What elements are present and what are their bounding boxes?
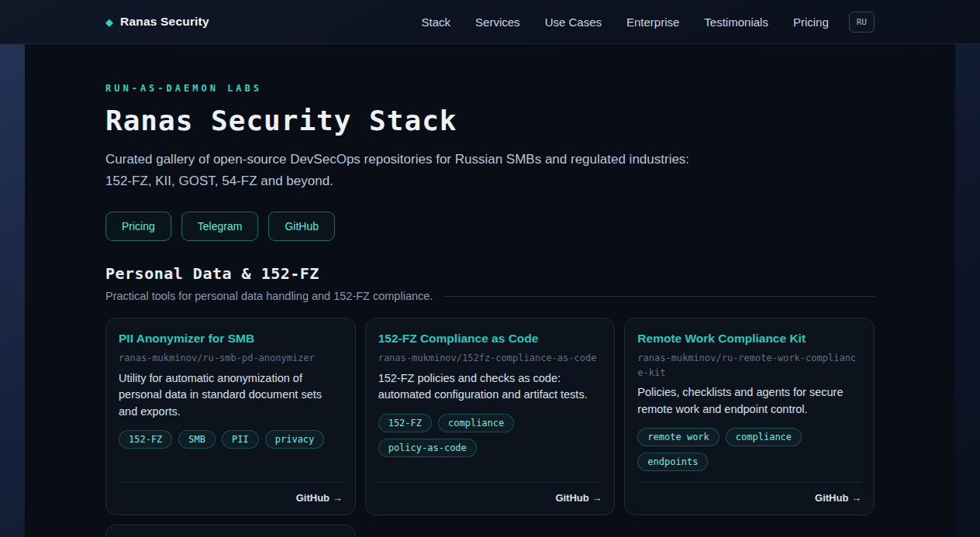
- card-footer: GitHub →: [637, 482, 861, 504]
- card-tags: 152-FZSMBPIIprivacy: [119, 430, 343, 449]
- tag-badge: 152-FZ: [378, 414, 432, 432]
- card-repo: ranas-mukminov/152fz-compliance-as-code: [378, 351, 602, 366]
- card-tags: remote workcomplianceendpoints: [637, 428, 861, 471]
- card-description: 152-FZ policies and checks as code: auto…: [378, 370, 602, 404]
- main-surface: RUN-AS-DAEMON LABS Ranas Security Stack …: [25, 44, 955, 537]
- card-title: Remote Work Compliance Kit: [637, 332, 861, 346]
- card-description: Policies, checklists and agents for secu…: [637, 384, 861, 418]
- github-button[interactable]: GitHub: [268, 212, 335, 241]
- section-divider: [445, 296, 875, 297]
- nav-link-stack[interactable]: Stack: [422, 15, 451, 29]
- card-github-link[interactable]: GitHub →: [555, 492, 602, 504]
- tag-badge: privacy: [265, 430, 325, 449]
- nav-link-use-cases[interactable]: Use Cases: [545, 15, 602, 29]
- tag-badge: SMB: [178, 430, 216, 449]
- tag-badge: PII: [222, 430, 259, 449]
- section-subrow: Practical tools for personal data handli…: [105, 290, 875, 302]
- card-title: 152-FZ Compliance as Code: [378, 332, 602, 346]
- telegram-button[interactable]: Telegram: [181, 212, 259, 241]
- tag-badge: policy-as-code: [378, 439, 477, 457]
- nav-links: StackServicesUse CasesEnterpriseTestimon…: [422, 15, 829, 29]
- card-github-link[interactable]: GitHub →: [296, 492, 343, 504]
- tag-badge: endpoints: [637, 453, 708, 471]
- pricing-button[interactable]: Pricing: [105, 212, 171, 241]
- card-footer-spacer: [637, 471, 861, 482]
- card-footer-spacer: [378, 457, 602, 468]
- tag-badge: remote work: [637, 428, 719, 446]
- hero-eyebrow: RUN-AS-DAEMON LABS: [105, 83, 875, 94]
- card-footer: GitHub →: [378, 482, 602, 504]
- language-toggle-button[interactable]: RU: [849, 12, 875, 33]
- hero-buttons: PricingTelegramGitHub: [105, 212, 875, 241]
- card-footer-spacer: [119, 449, 343, 460]
- tag-badge: compliance: [726, 428, 802, 446]
- hero-section: RUN-AS-DAEMON LABS Ranas Security Stack …: [105, 83, 875, 241]
- section-subtitle: Practical tools for personal data handli…: [105, 290, 433, 302]
- repo-card: 152-FZ Compliance as Code ranas-mukminov…: [365, 318, 616, 515]
- card-title: PII Anonymizer for SMB: [119, 332, 343, 346]
- card-description: Utility for automatic anonymization of p…: [119, 370, 343, 420]
- nav-link-enterprise[interactable]: Enterprise: [626, 15, 679, 29]
- card-footer: GitHub →: [119, 482, 343, 504]
- tag-badge: 152-FZ: [119, 430, 172, 449]
- brand-gem-icon: ◆: [105, 17, 113, 27]
- nav-link-pricing[interactable]: Pricing: [793, 15, 829, 29]
- section-personal-data: Personal Data & 152-FZ Practical tools f…: [105, 264, 875, 537]
- repo-card: PII Anonymizer for SMB ranas-mukminov/ru…: [105, 318, 356, 515]
- repo-card: Remote Work Compliance Kit ranas-mukmino…: [624, 318, 875, 515]
- cards-grid: PII Anonymizer for SMB ranas-mukminov/ru…: [105, 318, 875, 537]
- section-title: Personal Data & 152-FZ: [105, 264, 875, 283]
- brand[interactable]: ◆ Ranas Security: [105, 15, 209, 29]
- nav-link-testimonials[interactable]: Testimonials: [704, 15, 768, 29]
- hero-subtitle: Curated gallery of open-source DevSecOps…: [105, 149, 710, 191]
- tag-badge: compliance: [438, 414, 514, 432]
- navbar: ◆ Ranas Security StackServicesUse CasesE…: [0, 0, 980, 44]
- repo-card: IT Safety Kit for Education ranas-mukmin…: [105, 525, 356, 537]
- card-repo: ranas-mukminov/ru-smb-pd-anonymizer: [119, 351, 343, 366]
- card-tags: 152-FZcompliancepolicy-as-code: [378, 414, 602, 457]
- brand-name: Ranas Security: [120, 15, 209, 29]
- card-github-link[interactable]: GitHub →: [815, 492, 861, 504]
- card-repo: ranas-mukminov/ru-remote-work-compliance…: [637, 351, 861, 380]
- nav-link-services[interactable]: Services: [475, 15, 520, 29]
- page-title: Ranas Security Stack: [105, 105, 875, 136]
